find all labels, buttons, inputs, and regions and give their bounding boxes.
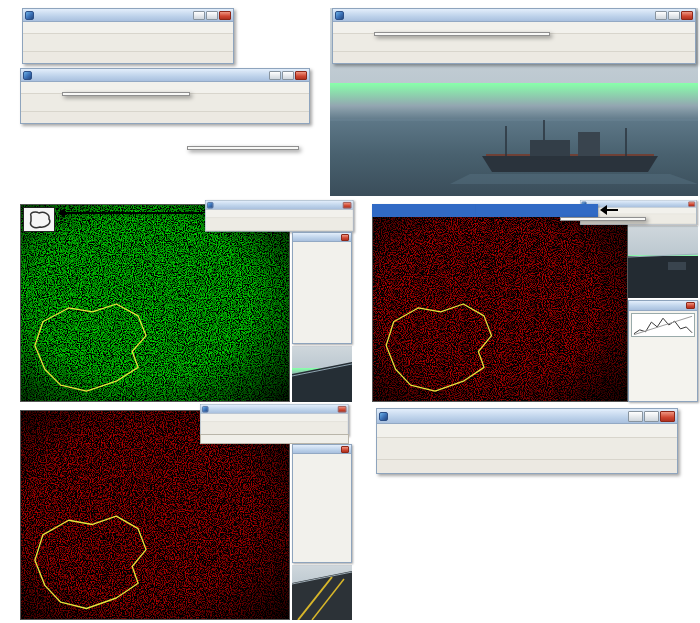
maximize-button[interactable] xyxy=(282,71,294,80)
ship-photo-slice xyxy=(628,226,698,298)
maximize-button[interactable] xyxy=(206,11,218,20)
fiji-logo-icon xyxy=(23,71,32,80)
adjust-submenu xyxy=(560,217,646,221)
minimize-button[interactable] xyxy=(628,411,643,422)
minimize-button[interactable] xyxy=(655,11,667,20)
figure xyxy=(0,0,700,623)
titlebar[interactable] xyxy=(201,405,348,414)
fiji-logo-icon xyxy=(25,11,34,20)
image-menu-dropdown xyxy=(374,32,550,36)
roi-manager-window xyxy=(292,232,352,344)
bc-buttons xyxy=(629,339,697,341)
maximize-button[interactable] xyxy=(644,411,659,422)
roi-manager-buttons xyxy=(293,242,351,243)
tool-bar xyxy=(377,438,677,460)
menu-bar xyxy=(206,210,353,218)
tool-bar xyxy=(201,422,348,435)
fiji-main-window-b xyxy=(332,8,696,64)
close-button[interactable] xyxy=(660,411,675,422)
status-bar xyxy=(333,52,695,63)
histogram xyxy=(631,313,695,337)
close-button[interactable] xyxy=(343,202,351,208)
titlebar[interactable] xyxy=(377,409,677,424)
fluorescence-image-red[interactable] xyxy=(372,204,628,402)
image-menu-dropdown xyxy=(62,92,190,96)
close-button[interactable] xyxy=(681,11,693,20)
status-bar xyxy=(377,460,677,473)
titlebar[interactable] xyxy=(21,69,309,82)
menu-bar xyxy=(23,22,233,34)
tool-bar xyxy=(21,94,309,112)
adjust-menu-item[interactable] xyxy=(372,204,476,217)
brightness-contrast-menu-item[interactable] xyxy=(476,204,598,217)
close-button[interactable] xyxy=(341,446,349,453)
status-bar xyxy=(23,52,233,63)
fiji-logo-icon xyxy=(202,406,208,412)
minimize-button[interactable] xyxy=(269,71,281,80)
maximize-button[interactable] xyxy=(668,11,680,20)
roi-manager-buttons xyxy=(293,454,351,455)
fiji-mini-window-f xyxy=(200,404,348,436)
close-button[interactable] xyxy=(686,302,695,309)
fiji-main-window-c xyxy=(20,68,310,124)
close-button[interactable] xyxy=(341,234,349,241)
bc-dialog xyxy=(628,300,698,402)
status-bar xyxy=(21,112,309,123)
titlebar[interactable] xyxy=(206,201,353,210)
menu-bar xyxy=(377,424,677,438)
ship-photo-slice xyxy=(292,346,352,402)
tool-bar xyxy=(206,218,353,231)
menu-bar xyxy=(201,414,348,422)
fiji-main-window-a xyxy=(22,8,234,64)
titlebar[interactable] xyxy=(333,9,695,22)
carrier-deck-photo-slice xyxy=(292,565,352,620)
tool-bar xyxy=(333,34,695,52)
minimize-button[interactable] xyxy=(193,11,205,20)
image-info-bar xyxy=(200,434,349,444)
titlebar[interactable] xyxy=(293,445,351,454)
callout-arrow xyxy=(60,212,203,214)
roi-shape-inset xyxy=(23,207,55,232)
close-button[interactable] xyxy=(219,11,231,20)
fiji-logo-icon xyxy=(379,412,388,421)
tool-bar xyxy=(23,34,233,52)
fluorescence-image-green[interactable] xyxy=(20,204,290,402)
fiji-logo-icon xyxy=(207,202,213,208)
roi-manager-window xyxy=(292,444,352,563)
close-button[interactable] xyxy=(688,201,695,206)
fiji-mini-window-d xyxy=(205,200,353,232)
close-button[interactable] xyxy=(338,406,346,412)
color-submenu xyxy=(187,146,299,150)
fiji-main-window-g xyxy=(376,408,678,474)
titlebar[interactable] xyxy=(629,301,697,311)
titlebar[interactable] xyxy=(293,233,351,242)
titlebar[interactable] xyxy=(23,9,233,22)
close-button[interactable] xyxy=(295,71,307,80)
callout-arrow xyxy=(602,209,618,211)
fiji-logo-icon xyxy=(335,11,344,20)
